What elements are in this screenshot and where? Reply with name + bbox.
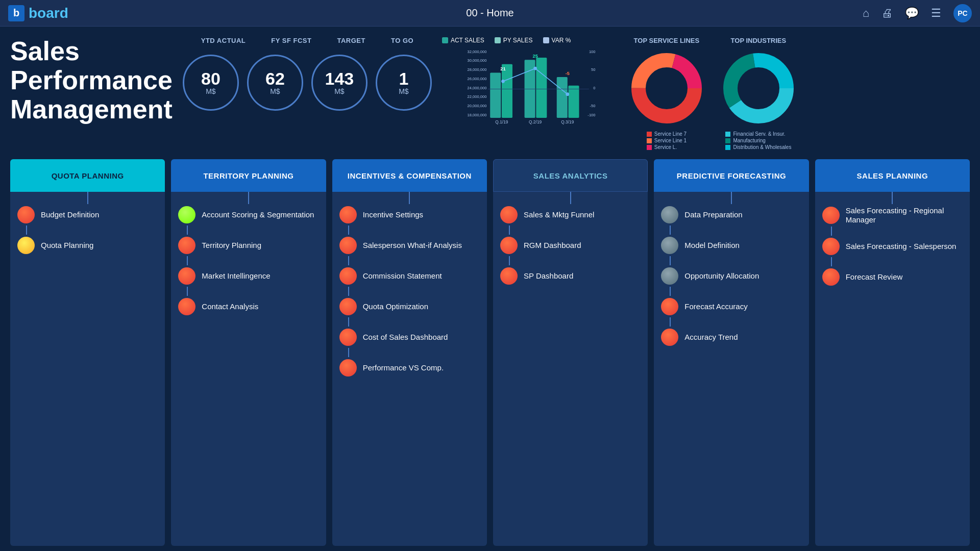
kpi-fy-sf-fcst: 62 M$ [247,55,303,111]
dot-contact-analysis [178,298,195,315]
svg-text:26,000,000: 26,000,000 [468,77,487,81]
comment-icon[interactable]: 💬 [905,7,919,20]
top-industries-title: TOP INDUSTRIES [731,37,787,44]
user-avatar[interactable]: PC [953,4,972,22]
menu-item-sales-forecasting-sp[interactable]: Sales Forecasting - Salesperson [815,236,970,257]
home-icon[interactable]: ⌂ [863,7,869,20]
svg-text:18,000,000: 18,000,000 [468,113,487,117]
column-quota-planning: QUOTA PLANNING Budget Definition Quota P… [10,159,165,546]
svg-text:32,000,000: 32,000,000 [468,49,487,54]
kpi-ytd-actual: 80 M$ [183,55,239,111]
dot-opportunity-allocation [661,267,678,285]
top-service-lines-title: TOP SERVICE LINES [634,37,700,44]
label-rgm-dashboard: RGM Dashboard [524,241,581,250]
connector [831,227,832,236]
topbar-icons: ⌂ 🖨 💬 ☰ PC [863,4,972,22]
menu-item-performance-vs-comp[interactable]: Performance VS Comp. [332,357,487,379]
label-territory-planning: Territory Planning [202,241,261,250]
dot-accuracy-trend [661,329,678,346]
topbar: b board 00 - Home ⌂ 🖨 💬 ☰ PC [0,0,980,27]
kpi-label-2: TARGET [337,37,365,44]
menu-icon[interactable]: ☰ [931,7,941,20]
menu-item-rgm-dashboard[interactable]: RGM Dashboard [493,235,648,256]
menu-item-sales-forecasting-rm[interactable]: Sales Forecasting - Regional Manager [815,204,970,227]
menu-item-opportunity-allocation[interactable]: Opportunity Allocation [654,265,808,287]
label-market-intelligence: Market Intellingence [202,271,270,281]
label-forecast-review: Forecast Review [846,272,903,282]
connector [348,287,349,296]
label-account-scoring: Account Scoring & Segmentation [202,210,314,219]
svg-text:21: 21 [500,66,505,71]
label-incentive-settings: Incentive Settings [363,210,423,219]
legend-var: VAR % [543,37,571,44]
label-opportunity-allocation: Opportunity Allocation [684,271,759,281]
bottom-grid: QUOTA PLANNING Budget Definition Quota P… [10,159,970,546]
connector [892,192,893,204]
column-sales-analytics: SALES ANALYTICS Sales & Mktg Funnel RGM … [493,159,648,546]
menu-item-accuracy-trend[interactable]: Accuracy Trend [654,327,808,348]
svg-point-36 [738,68,779,109]
label-sales-forecasting-sp: Sales Forecasting - Salesperson [846,242,957,251]
col-header-quota-planning: QUOTA PLANNING [10,159,165,192]
menu-item-market-intelligence[interactable]: Market Intellingence [171,265,326,287]
dot-cost-sales [339,329,357,346]
svg-point-24 [566,92,569,96]
svg-text:-100: -100 [587,113,595,117]
dot-rgm-dashboard [500,237,518,254]
legend-dot-act [442,37,448,43]
logo-b-icon: b [8,5,24,21]
connector [348,256,349,265]
column-incentives: INCENTIVES & COMPENSATION Incentive Sett… [332,159,487,546]
svg-point-32 [646,68,687,109]
dot-sales-forecasting-sp [822,238,840,255]
menu-item-contact-analysis[interactable]: Contact Analysis [171,296,326,317]
dot-account-scoring [178,206,195,223]
kpi-label-3: TO GO [391,37,413,44]
menu-item-quota-planning[interactable]: Quota Planning [10,235,165,256]
svg-rect-18 [568,86,579,118]
label-performance-vs-comp: Performance VS Comp. [363,363,444,372]
label-model-definition: Model Definition [684,241,740,250]
label-commission-statement: Commission Statement [363,271,442,281]
column-territory-planning: TERRITORY PLANNING Account Scoring & Seg… [171,159,326,546]
menu-item-sales-mktg-funnel[interactable]: Sales & Mktg Funnel [493,204,648,226]
menu-item-forecast-accuracy[interactable]: Forecast Accuracy [654,296,808,317]
label-forecast-accuracy: Forecast Accuracy [684,302,747,311]
column-predictive-forecasting: PREDICTIVE FORECASTING Data Preparation … [654,159,808,546]
kpi-section: YTD ACTUAL FY SF FCST TARGET TO GO 80 M$… [183,37,432,111]
kpi-circles: 80 M$ 62 M$ 143 M$ 1 M$ [183,55,432,111]
connector [187,287,188,296]
label-contact-analysis: Contact Analysis [202,302,258,311]
connector [348,226,349,235]
dot-territory-planning [178,237,195,254]
menu-item-incentive-settings[interactable]: Incentive Settings [332,204,487,226]
menu-item-account-scoring[interactable]: Account Scoring & Segmentation [171,204,326,226]
col-header-territory-planning: TERRITORY PLANNING [171,159,326,192]
header-section: Sales Performance Management YTD ACTUAL … [10,37,970,150]
col-header-sales-analytics: SALES ANALYTICS [493,159,648,192]
menu-item-territory-planning[interactable]: Territory Planning [171,235,326,256]
print-icon[interactable]: 🖨 [881,7,893,20]
menu-item-budget-definition[interactable]: Budget Definition [10,204,165,226]
connector [187,226,188,235]
menu-item-cost-sales[interactable]: Cost of Sales Dashboard [332,327,487,348]
menu-item-salesperson-whatif[interactable]: Salesperson What-if Analysis [332,235,487,256]
chart-section: ACT SALES PY SALES VAR % 32,000,000 30,0… [442,37,616,129]
menu-item-model-definition[interactable]: Model Definition [654,235,808,256]
legend-py-sales: PY SALES [495,37,533,44]
connector [87,192,88,204]
menu-item-data-preparation[interactable]: Data Preparation [654,204,808,226]
menu-item-commission-statement[interactable]: Commission Statement [332,265,487,287]
menu-item-forecast-review[interactable]: Forecast Review [815,266,970,288]
dot-forecast-accuracy [661,298,678,315]
label-quota-planning: Quota Planning [41,241,93,250]
menu-item-sp-dashboard[interactable]: SP Dashboard [493,265,648,287]
svg-text:30,000,000: 30,000,000 [468,58,487,63]
svg-text:0: 0 [593,86,595,90]
svg-text:-50: -50 [590,104,596,108]
kpi-target: 143 M$ [311,55,368,111]
svg-text:24,000,000: 24,000,000 [468,86,487,90]
svg-text:Q.3/19: Q.3/19 [561,119,574,124]
menu-item-quota-optimization[interactable]: Quota Optimization [332,296,487,317]
connector [831,257,832,266]
